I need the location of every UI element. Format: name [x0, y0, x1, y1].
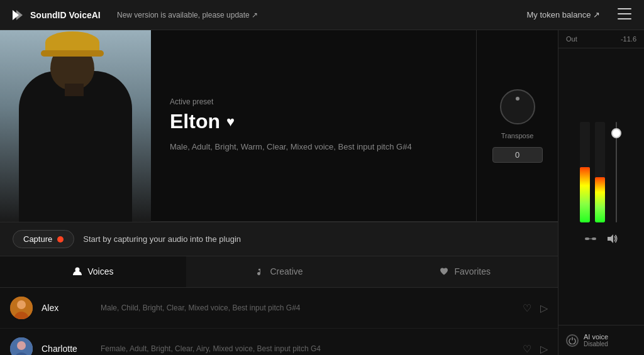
vu-meter-area: [558, 48, 644, 325]
header: SoundID VoiceAI New version is available…: [0, 0, 644, 30]
favorite-charlotte-button[interactable]: ♡: [523, 343, 531, 355]
svg-point-9: [17, 341, 26, 350]
play-charlotte-button[interactable]: ▷: [540, 343, 548, 355]
token-balance-button[interactable]: My token balance ↗: [526, 10, 600, 19]
voice-tags-charlotte: Female, Adult, Bright, Clear, Airy, Mixe…: [101, 344, 514, 353]
hat-brim: [41, 50, 104, 57]
main-content: Active preset Elton ♥ Male, Adult, Brigh…: [0, 30, 644, 355]
transpose-knob[interactable]: [500, 89, 535, 124]
logo-text: SoundID VoiceAI: [30, 10, 101, 20]
voice-item-charlotte[interactable]: Charlotte Female, Adult, Bright, Clear, …: [0, 329, 558, 355]
voice-actions-charlotte: ♡ ▷: [523, 343, 548, 355]
left-panel: Active preset Elton ♥ Male, Adult, Brigh…: [0, 30, 558, 355]
capture-button-label: Capture: [23, 234, 52, 244]
active-preset-label: Active preset: [170, 97, 457, 106]
link-svg: [585, 235, 596, 243]
play-alex-button[interactable]: ▷: [540, 302, 548, 314]
voice-name-charlotte: Charlotte: [42, 344, 92, 354]
out-text: Out: [566, 35, 577, 43]
voice-actions-alex: ♡ ▷: [523, 302, 548, 314]
music-icon: [255, 266, 265, 276]
preset-tags: Male, Adult, Bright, Warm, Clear, Mixed …: [170, 141, 457, 154]
capture-bar: Capture Start by capturing your audio in…: [0, 222, 558, 256]
out-label: Out -11.6: [558, 30, 644, 48]
svg-rect-2: [618, 8, 631, 9]
avatar-charlotte: [10, 337, 33, 355]
svg-rect-3: [618, 13, 631, 14]
capture-dot: [57, 236, 64, 243]
charlotte-avatar-img: [10, 337, 33, 355]
slider-thumb[interactable]: [611, 128, 621, 138]
tab-voices-label: Voices: [87, 266, 113, 276]
transpose-area: Transpose 0: [476, 30, 558, 221]
preset-heart-icon[interactable]: ♥: [226, 114, 235, 130]
vu-bars: [580, 122, 623, 222]
voice-list: Alex Male, Child, Bright, Clear, Mixed v…: [0, 288, 558, 355]
knob-dot: [516, 97, 519, 101]
power-icon: [569, 337, 576, 344]
vu-controls: [585, 229, 618, 251]
capture-button[interactable]: Capture: [13, 230, 74, 248]
transpose-label: Transpose: [501, 132, 534, 139]
preset-name-text: Elton: [170, 110, 220, 133]
hero-info: Active preset Elton ♥ Male, Adult, Brigh…: [151, 30, 476, 221]
vu-bar-right: [595, 122, 605, 222]
heart-tab-icon: [439, 266, 449, 276]
tab-creative-label: Creative: [270, 266, 303, 276]
favorite-alex-button[interactable]: ♡: [523, 302, 531, 314]
svg-marker-15: [608, 234, 613, 243]
svg-rect-13: [592, 238, 596, 240]
voice-tags-alex: Male, Child, Bright, Clear, Mixed voice,…: [101, 303, 514, 312]
person-icon: [72, 266, 82, 276]
ai-voice-label: AI voice: [584, 333, 608, 341]
hero-section: Active preset Elton ♥ Male, Adult, Brigh…: [0, 30, 558, 222]
logo: SoundID VoiceAI: [10, 8, 117, 23]
volume-slider[interactable]: [610, 122, 623, 222]
tabs: Voices Creative Favorites: [0, 256, 558, 288]
menu-button[interactable]: [615, 6, 634, 25]
logo-icon: [10, 8, 25, 23]
out-value: -11.6: [621, 35, 636, 43]
speaker-svg: [606, 234, 618, 244]
update-notice[interactable]: New version is available, please update …: [117, 11, 526, 19]
hamburger-icon: [618, 8, 631, 19]
transpose-value[interactable]: 0: [492, 147, 543, 163]
svg-rect-4: [618, 18, 631, 19]
voice-name-alex: Alex: [42, 303, 92, 313]
neck: [65, 84, 84, 96]
hero-image: [0, 30, 151, 222]
speaker-icon[interactable]: [606, 234, 618, 246]
ai-voice-power-button[interactable]: [566, 334, 579, 347]
svg-point-7: [17, 300, 26, 309]
svg-rect-12: [585, 238, 589, 240]
right-panel: Out -11.6: [558, 30, 644, 355]
avatar-alex: [10, 297, 33, 319]
vu-fill-left: [580, 167, 590, 222]
link-icon[interactable]: [585, 234, 596, 246]
ai-voice-section: AI voice Disabled: [558, 325, 644, 355]
tab-voices[interactable]: Voices: [0, 256, 186, 287]
capture-instruction: Start by capturing your audio into the p…: [83, 234, 241, 244]
svg-rect-14: [589, 239, 592, 239]
svg-marker-1: [16, 10, 23, 20]
tab-favorites-label: Favorites: [454, 266, 491, 276]
ai-voice-status: Disabled: [584, 341, 608, 347]
alex-avatar-img: [10, 297, 33, 319]
preset-name: Elton ♥: [170, 110, 457, 133]
tab-creative[interactable]: Creative: [186, 256, 372, 287]
vu-fill-right: [595, 177, 605, 222]
tab-favorites[interactable]: Favorites: [372, 256, 558, 287]
voice-item-alex[interactable]: Alex Male, Child, Bright, Clear, Mixed v…: [0, 288, 558, 329]
ai-voice-info: AI voice Disabled: [584, 333, 608, 347]
vu-bar-left: [580, 122, 590, 222]
